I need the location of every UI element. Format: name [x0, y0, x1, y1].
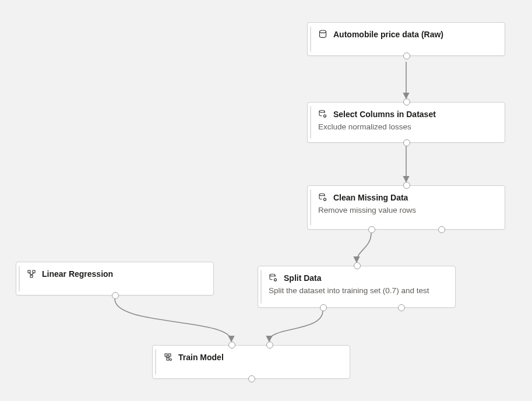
- db-gear-icon: [318, 110, 327, 119]
- edge-split-to-train: [269, 311, 323, 341]
- node-accent: [19, 266, 20, 291]
- node-train-model[interactable]: Train Model: [152, 345, 350, 379]
- input-port[interactable]: [354, 262, 361, 269]
- db-gear-icon: [318, 193, 327, 202]
- output-port-1[interactable]: [368, 226, 375, 233]
- node-title: Train Model: [178, 353, 224, 362]
- node-title: Split Data: [284, 273, 322, 283]
- node-accent: [310, 26, 311, 52]
- node-subtitle: Exclude normalized losses: [318, 122, 496, 131]
- svg-rect-7: [28, 270, 30, 273]
- node-select-columns[interactable]: Select Columns in Dataset Exclude normal…: [307, 102, 505, 143]
- node-title: Automobile price data (Raw): [333, 30, 443, 39]
- output-port-1[interactable]: [320, 304, 327, 311]
- node-accent: [310, 106, 311, 139]
- pipeline-canvas[interactable]: Automobile price data (Raw) Select Colum…: [0, 0, 532, 401]
- train-icon: [163, 353, 172, 362]
- svg-rect-9: [30, 275, 33, 277]
- input-port[interactable]: [403, 99, 410, 105]
- svg-rect-11: [168, 354, 171, 356]
- svg-rect-10: [165, 354, 167, 356]
- svg-point-3: [319, 194, 325, 196]
- svg-rect-8: [33, 270, 35, 273]
- node-linear-regression[interactable]: Linear Regression: [16, 262, 214, 296]
- output-port[interactable]: [403, 52, 410, 59]
- edge-clean-to-split: [357, 233, 371, 262]
- svg-point-1: [319, 110, 325, 112]
- svg-point-5: [270, 274, 275, 276]
- node-accent: [260, 270, 262, 304]
- node-clean-missing[interactable]: Clean Missing Data Remove missing value …: [307, 185, 505, 230]
- node-title: Linear Regression: [42, 269, 113, 279]
- node-subtitle: Remove missing value rows: [318, 206, 496, 214]
- node-subtitle: Split the dataset into training set (0.7…: [269, 286, 447, 295]
- input-port-1[interactable]: [228, 342, 235, 349]
- output-port-2[interactable]: [438, 226, 445, 233]
- svg-point-13: [170, 358, 171, 360]
- edge-linreg-to-train: [115, 299, 231, 341]
- node-automobile-raw[interactable]: Automobile price data (Raw): [307, 22, 505, 56]
- svg-point-0: [320, 30, 326, 33]
- node-accent: [155, 349, 156, 375]
- regression-icon: [27, 269, 36, 279]
- db-gear-icon: [269, 273, 278, 283]
- output-port[interactable]: [112, 292, 119, 299]
- svg-rect-12: [167, 358, 169, 360]
- database-icon: [318, 30, 327, 39]
- input-port-2[interactable]: [266, 342, 273, 349]
- output-port-2[interactable]: [398, 304, 405, 311]
- input-port[interactable]: [403, 182, 410, 189]
- node-title: Clean Missing Data: [333, 193, 408, 202]
- node-accent: [310, 189, 311, 226]
- output-port[interactable]: [248, 375, 255, 382]
- node-title: Select Columns in Dataset: [333, 110, 436, 119]
- output-port[interactable]: [403, 139, 410, 146]
- node-split-data[interactable]: Split Data Split the dataset into traini…: [258, 266, 456, 308]
